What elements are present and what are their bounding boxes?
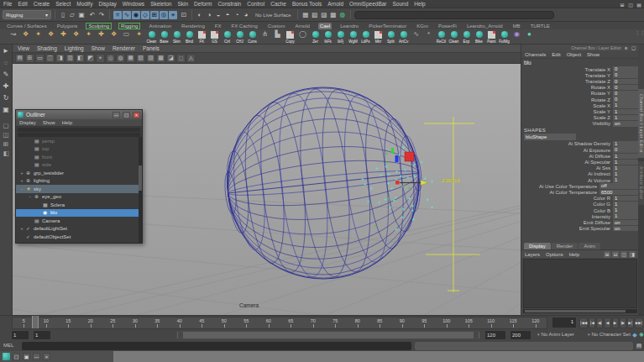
- camera-lock-icon[interactable]: ▤: [15, 54, 24, 63]
- channel-value-field[interactable]: on: [613, 121, 638, 127]
- outliner-row[interactable]: ▤ front: [16, 153, 142, 161]
- menu-item[interactable]: Help: [414, 1, 425, 7]
- layout-persp-outliner[interactable]: ◧: [1, 149, 12, 157]
- film-gate-icon[interactable]: ▭: [35, 54, 45, 63]
- menu-item[interactable]: File: [3, 1, 12, 7]
- symmetry-y-icon[interactable]: ◔: [233, 11, 241, 19]
- new-layer-icon[interactable]: ⊞: [604, 251, 610, 258]
- selection-mask-object-icon[interactable]: ◑: [205, 11, 213, 19]
- channel-value-field[interactable]: off: [599, 183, 638, 189]
- gate-mask-icon[interactable]: ◨: [55, 54, 65, 63]
- sidebar-vertical-tab[interactable]: Channel Box / Layer Editor: [638, 89, 644, 158]
- outliner-row[interactable]: − ☀ sky: [16, 185, 142, 193]
- menu-item[interactable]: Modify: [76, 1, 92, 7]
- outliner-title-bar[interactable]: Outliner — ▢ ×: [16, 110, 142, 119]
- multisample-icon[interactable]: ▨: [146, 54, 155, 63]
- outliner-row[interactable]: ▦ Sclera: [16, 201, 142, 209]
- menu-item[interactable]: Deform: [194, 1, 212, 7]
- shelf-tab[interactable]: Cael: [318, 23, 332, 29]
- shelf-tab[interactable]: Curves / Surfaces: [5, 23, 49, 29]
- rig-pose-icon[interactable]: ✦: [82, 29, 95, 45]
- ao-icon[interactable]: ▦: [126, 54, 135, 63]
- channel-value-field[interactable]: 1: [613, 154, 638, 160]
- xray-icon[interactable]: ◪: [166, 54, 175, 63]
- menu-item[interactable]: Constrain: [217, 1, 241, 7]
- lighting-icon[interactable]: ◎: [106, 54, 115, 63]
- scale-tool[interactable]: ▣: [1, 104, 12, 115]
- menu-item[interactable]: Display: [98, 1, 116, 7]
- channel-value-field[interactable]: 1: [613, 171, 638, 177]
- channel-value-field[interactable]: 1: [613, 160, 638, 165]
- range-end-grip[interactable]: [474, 332, 479, 338]
- current-frame-marker[interactable]: [32, 316, 39, 328]
- shelf-tab[interactable]: PowerFi: [437, 23, 458, 29]
- snap-plane-icon[interactable]: ◇: [141, 11, 149, 19]
- field-chart-icon[interactable]: ▥: [65, 54, 75, 63]
- outliner-row[interactable]: − ⊕ eye_geo: [16, 193, 142, 202]
- shelf-tab[interactable]: Rendering: [180, 23, 207, 29]
- maximize-button[interactable]: ▢: [123, 112, 130, 118]
- textured-icon[interactable]: ▩: [156, 54, 165, 63]
- outliner-row[interactable]: ▤ persp: [16, 137, 142, 145]
- shelf-tab[interactable]: Sculpting: [86, 23, 112, 29]
- command-input-field[interactable]: [22, 342, 411, 350]
- display-layers-icon[interactable]: ▩: [329, 11, 338, 19]
- layer-editor-tab[interactable]: Anim: [579, 243, 600, 249]
- channel-value-field[interactable]: 1: [613, 177, 638, 183]
- outliner-row[interactable]: ▤ Camera: [16, 217, 142, 225]
- safe-action-icon[interactable]: ◧: [76, 54, 85, 63]
- ipr-render-icon[interactable]: ▧: [311, 11, 319, 19]
- outliner-toggle-icon[interactable]: ▤: [636, 1, 642, 8]
- panel-menu-item[interactable]: Lighting: [65, 45, 84, 51]
- selection-mask-component-icon[interactable]: ◒: [214, 11, 223, 19]
- shelf-tab[interactable]: Arnold: [294, 23, 312, 29]
- animation-start-min-field[interactable]: 1: [12, 331, 29, 339]
- sphere-shader-icon[interactable]: ◉: [510, 29, 523, 45]
- move-layer-up-icon[interactable]: ◫: [620, 251, 627, 258]
- layer-editor-menu-item[interactable]: Layers: [525, 252, 540, 257]
- rig-pose-icon[interactable]: ❖: [70, 29, 82, 45]
- shelf-tab[interactable]: Leandro_Arnold: [465, 23, 505, 29]
- panel-layout-icon[interactable]: ◫: [627, 1, 634, 8]
- undo-icon[interactable]: ↶: [88, 11, 97, 19]
- shelf-script-cons[interactable]: Cons: [246, 29, 259, 45]
- channel-value-field[interactable]: 1: [613, 109, 638, 115]
- toggle-viewport-icon[interactable]: ◍: [338, 11, 347, 19]
- panel-menu-item[interactable]: Shading: [37, 45, 57, 51]
- restore-window-icon[interactable]: ▣: [23, 353, 30, 360]
- channel-value-field[interactable]: on: [613, 226, 638, 232]
- script-editor-icon[interactable]: ▤: [635, 342, 643, 350]
- channel-value-field[interactable]: 0: [613, 79, 638, 85]
- rig-pose-icon[interactable]: ✚: [57, 29, 70, 45]
- step-back-frame-button[interactable]: |◀: [589, 317, 595, 328]
- layout-single[interactable]: ▢: [1, 121, 12, 129]
- snap-view-icon[interactable]: ⊞: [150, 11, 159, 19]
- shelf-tab[interactable]: Rigging: [118, 23, 140, 29]
- pin-panel-icon[interactable]: ≡: [623, 45, 629, 51]
- curve-tool-icon[interactable]: ↝: [7, 29, 19, 45]
- channel-box-menu-item[interactable]: Edit: [552, 52, 560, 57]
- panel-menu-item[interactable]: Show: [92, 45, 105, 51]
- animation-start-field[interactable]: 1: [34, 331, 50, 339]
- range-slider-track[interactable]: [176, 331, 480, 339]
- outliner-row[interactable]: + ⊕ grp_testslider: [16, 169, 142, 177]
- shelf-tab[interactable]: PickerTerminator: [367, 23, 408, 29]
- shelf-tab[interactable]: MB: [511, 23, 522, 29]
- layer-list[interactable]: [523, 259, 637, 308]
- minimize-window-icon[interactable]: —: [33, 353, 40, 360]
- go-to-end-button[interactable]: ▶▶|: [635, 317, 643, 328]
- channel-value-field[interactable]: 1: [613, 213, 638, 219]
- workspace-icon[interactable]: ⊞: [619, 1, 626, 8]
- channel-value-field[interactable]: 0: [613, 72, 638, 78]
- menu-item[interactable]: Bonus Tools: [292, 1, 322, 7]
- snap-point-icon[interactable]: ◉: [132, 11, 140, 19]
- shelf-tab[interactable]: Custom: [266, 23, 287, 29]
- step-forward-key-button[interactable]: |▶: [620, 317, 626, 328]
- layout-two-pane[interactable]: ◫: [1, 130, 12, 139]
- go-to-start-button[interactable]: |◀◀: [579, 317, 588, 328]
- layer-editor-tab[interactable]: Display: [524, 243, 551, 249]
- channel-value-field[interactable]: 1: [613, 141, 638, 147]
- rig-pose-icon[interactable]: ❖: [45, 29, 57, 45]
- minimize-button[interactable]: —: [113, 112, 120, 118]
- shelf-tab[interactable]: Animation: [147, 23, 173, 29]
